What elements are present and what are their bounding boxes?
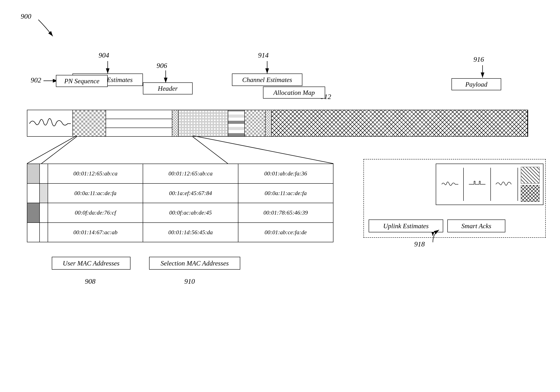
user-mac-label-box: User MAC Addresses xyxy=(52,257,130,270)
strip-3 xyxy=(27,203,39,223)
ref-906: 906 xyxy=(157,62,167,70)
dotted-section xyxy=(179,110,228,136)
svg-line-4 xyxy=(27,136,77,164)
ref-908: 908 xyxy=(85,278,95,285)
cell-3-4: 00:01:ab:ce:fa:de xyxy=(238,223,333,242)
frame-bar xyxy=(27,110,528,137)
channel-estimates-2-box: Channel Estimates xyxy=(232,73,302,86)
allocation-map-box: Allocation Map xyxy=(263,87,325,99)
col-3: 00:01:ab:de:fa:36 00:0a:11:ac:de:fa 00:0… xyxy=(238,164,333,242)
cell-1-2: 00:0a:11:ac:de:fa xyxy=(48,184,143,203)
col-selection-mac: 00:01:12:65:ab:ca 00:1a:ef:45:67:84 00:0… xyxy=(143,164,238,242)
selection-mac-label-box: Selection MAC Addresses xyxy=(149,257,240,270)
striped-section xyxy=(228,110,245,136)
col-user-mac: 00:01:12:65:ab:ca 00:0a:11:ac:de:fa 00:0… xyxy=(48,164,143,242)
ref-904: 904 xyxy=(99,51,109,59)
cell-2-1: 00:01:12:65:ab:ca xyxy=(143,164,238,184)
svg-line-5 xyxy=(193,136,333,164)
ref-910: 910 xyxy=(184,278,195,285)
cell-2-4: 00:01:1d:56:45:da xyxy=(143,223,238,242)
checker-section-1 xyxy=(73,110,106,136)
cell-3-1: 00:01:ab:de:fa:36 xyxy=(238,164,333,184)
strip-4 xyxy=(27,223,39,242)
ref-916: 916 xyxy=(473,56,484,63)
waveform-section xyxy=(27,110,73,136)
cell-1-3: 00:0f:da:de:76:cf xyxy=(48,203,143,223)
allocation-detail-box: 00:01:12:65:ab:ca 00:0a:11:ac:de:fa 00:0… xyxy=(27,164,333,242)
strip-2 xyxy=(27,184,39,203)
ref-902: 902 xyxy=(31,76,41,84)
cell-3-3: 00:01:78:65:46:39 xyxy=(238,203,333,223)
checker-section-sm xyxy=(172,110,179,136)
cell-3-2: 00:0a:11:ac:de:fa xyxy=(238,184,333,203)
payload-box: Payload xyxy=(451,78,501,90)
pn-sequence-box: PN Sequence xyxy=(56,75,108,87)
figure-number: 900 xyxy=(21,12,31,20)
cell-2-3: 00:0f:ac:ab:de:45 xyxy=(143,203,238,223)
ref-914: 914 xyxy=(258,51,269,59)
cell-2-2: 00:1a:ef:45:67:84 xyxy=(143,184,238,203)
cell-1-1: 00:01:12:65:ab:ca xyxy=(48,164,143,184)
expand-lines xyxy=(27,136,333,166)
hatch-section xyxy=(272,110,528,136)
918-arrow xyxy=(422,226,464,242)
white-section xyxy=(106,110,172,136)
thin-strips-2 xyxy=(40,164,48,242)
cell-1-4: 00:01:14:67:ac:ab xyxy=(48,223,143,242)
checker-section-sm2 xyxy=(266,110,272,136)
header-box: Header xyxy=(143,82,193,94)
left-strips xyxy=(27,164,40,242)
checker-section-2 xyxy=(245,110,266,136)
strip-1 xyxy=(27,164,39,184)
diagram: 900 902 904 906 914 916 912 Channel Esti… xyxy=(0,0,560,392)
